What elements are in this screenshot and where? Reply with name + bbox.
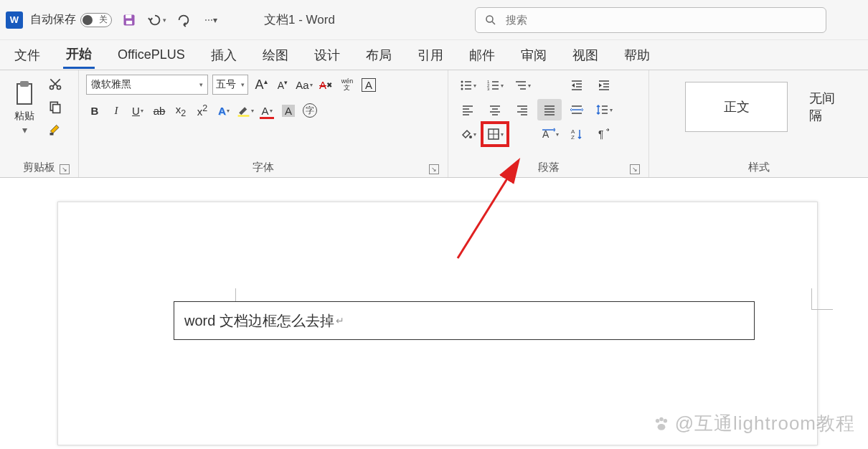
autosave-toggle[interactable]: 自动保存 关 xyxy=(30,12,112,27)
svg-point-69 xyxy=(656,418,659,422)
shrink-font-icon: A▾ xyxy=(278,79,288,91)
paste-icon xyxy=(13,80,36,108)
tab-view[interactable]: 视图 xyxy=(570,42,601,68)
align-justify-button[interactable] xyxy=(537,99,562,120)
enclose-characters-button[interactable]: 字 xyxy=(301,102,319,119)
show-hide-button[interactable]: ¶ xyxy=(592,123,616,145)
tab-mailings[interactable]: 邮件 xyxy=(466,42,498,68)
toggle-knob xyxy=(82,15,93,25)
redo-button[interactable] xyxy=(174,10,194,30)
svg-text:3: 3 xyxy=(487,87,490,91)
svg-rect-14 xyxy=(238,115,250,116)
document-text: word 文档边框怎么去掉 xyxy=(184,311,334,331)
group-paragraph: 123 A AZ ¶ 段落↘ xyxy=(448,70,649,177)
strikethrough-button[interactable]: ab xyxy=(151,102,168,119)
font-color-button[interactable]: A xyxy=(258,102,275,119)
highlight-icon xyxy=(237,103,250,118)
svg-point-15 xyxy=(461,81,463,83)
clear-format-icon: A xyxy=(319,79,326,91)
asian-layout-icon: A xyxy=(541,128,555,141)
shrink-font-button[interactable]: A▾ xyxy=(274,76,291,93)
align-center-icon xyxy=(489,103,501,116)
tab-help[interactable]: 帮助 xyxy=(621,42,653,68)
copy-button[interactable] xyxy=(46,98,65,116)
grow-font-button[interactable]: A▴ xyxy=(253,76,270,93)
character-border-button[interactable]: A xyxy=(360,76,377,93)
tab-officeplus[interactable]: OfficePLUS xyxy=(115,43,188,67)
char-shading-icon: A xyxy=(282,105,295,117)
word-app-icon: W xyxy=(6,11,23,29)
multilevel-icon xyxy=(514,79,527,92)
tab-draw[interactable]: 绘图 xyxy=(260,42,291,68)
svg-point-3 xyxy=(486,16,493,22)
superscript-button[interactable]: x2 xyxy=(194,102,211,119)
align-right-button[interactable] xyxy=(510,99,534,120)
font-color-icon: A xyxy=(261,105,268,117)
font-size-combo[interactable]: 五号▾ xyxy=(212,75,248,95)
character-shading-button[interactable]: A xyxy=(280,102,297,119)
margin-corner-tr xyxy=(811,288,833,310)
toggle-switch[interactable]: 关 xyxy=(80,13,112,27)
chevron-down-icon: ▾ xyxy=(22,124,27,136)
italic-button[interactable]: I xyxy=(108,102,125,119)
search-input[interactable] xyxy=(504,13,817,27)
tab-insert[interactable]: 插入 xyxy=(208,42,240,68)
underline-button[interactable]: U xyxy=(129,102,146,119)
text-effects-button[interactable]: A xyxy=(215,102,232,119)
asian-layout-button[interactable]: A xyxy=(537,123,562,145)
tab-review[interactable]: 审阅 xyxy=(518,42,549,68)
numbering-icon: 123 xyxy=(487,79,500,92)
font-name-combo[interactable]: 微软雅黑▾ xyxy=(86,75,208,95)
dialog-launcher-icon[interactable]: ↘ xyxy=(630,164,640,174)
style-no-spacing[interactable]: 无间隔 xyxy=(809,90,846,124)
increase-indent-button[interactable] xyxy=(592,75,616,96)
dialog-launcher-icon[interactable]: ↘ xyxy=(60,164,70,174)
search-box[interactable] xyxy=(475,7,826,33)
line-spacing-button[interactable] xyxy=(592,99,616,120)
tab-references[interactable]: 引用 xyxy=(415,42,446,68)
format-painter-button[interactable] xyxy=(46,120,65,139)
subscript-button[interactable]: x2 xyxy=(172,102,189,119)
shading-button[interactable] xyxy=(456,123,480,145)
phonetic-guide-button[interactable]: wén 文 xyxy=(339,76,356,93)
bullets-button[interactable] xyxy=(456,75,480,96)
tab-design[interactable]: 设计 xyxy=(311,42,343,68)
paste-button[interactable]: 粘贴 ▾ xyxy=(7,75,42,141)
tab-layout[interactable]: 布局 xyxy=(363,42,395,68)
clear-formatting-button[interactable]: A✖ xyxy=(317,76,334,93)
group-clipboard: 粘贴 ▾ 剪贴板↘ xyxy=(0,70,79,177)
align-distributed-button[interactable] xyxy=(565,99,589,120)
svg-point-60 xyxy=(469,136,472,138)
align-center-button[interactable] xyxy=(483,99,507,120)
undo-button[interactable]: ▾ xyxy=(146,10,166,30)
multilevel-list-button[interactable] xyxy=(510,75,534,96)
toggle-state: 关 xyxy=(99,14,108,26)
svg-rect-12 xyxy=(53,105,60,113)
phonetic-icon: wén 文 xyxy=(341,78,354,91)
align-left-button[interactable] xyxy=(456,99,480,120)
decrease-indent-button[interactable] xyxy=(565,75,589,96)
qat-customize-button[interactable]: ⋯▾ xyxy=(201,10,221,30)
bold-button[interactable]: B xyxy=(86,102,103,119)
font-size-value: 五号 xyxy=(216,78,236,91)
change-case-button[interactable]: Aa xyxy=(296,76,313,93)
tab-file[interactable]: 文件 xyxy=(11,42,43,68)
borders-button[interactable] xyxy=(483,123,507,145)
group-font: 微软雅黑▾ 五号▾ A▴ A▾ Aa A✖ wén 文 A B I U ab x… xyxy=(79,70,448,177)
svg-point-71 xyxy=(663,418,666,422)
decrease-indent-icon xyxy=(570,79,583,92)
bold-icon: B xyxy=(91,105,99,117)
cut-button[interactable] xyxy=(46,75,65,93)
svg-line-4 xyxy=(492,22,495,24)
numbering-button[interactable]: 123 xyxy=(483,75,507,96)
style-normal[interactable]: 正文 xyxy=(685,82,788,132)
highlight-button[interactable] xyxy=(237,102,254,119)
save-button[interactable] xyxy=(119,10,139,30)
document-text-box[interactable]: word 文档边框怎么去掉↵ xyxy=(174,301,755,340)
document-title: 文档1 - Word xyxy=(264,11,335,28)
dialog-launcher-icon[interactable]: ↘ xyxy=(429,164,439,174)
tab-home[interactable]: 开始 xyxy=(63,41,95,69)
undo-icon xyxy=(147,12,163,28)
overflow-icon: ⋯▾ xyxy=(204,15,217,25)
sort-button[interactable]: AZ xyxy=(565,123,589,145)
